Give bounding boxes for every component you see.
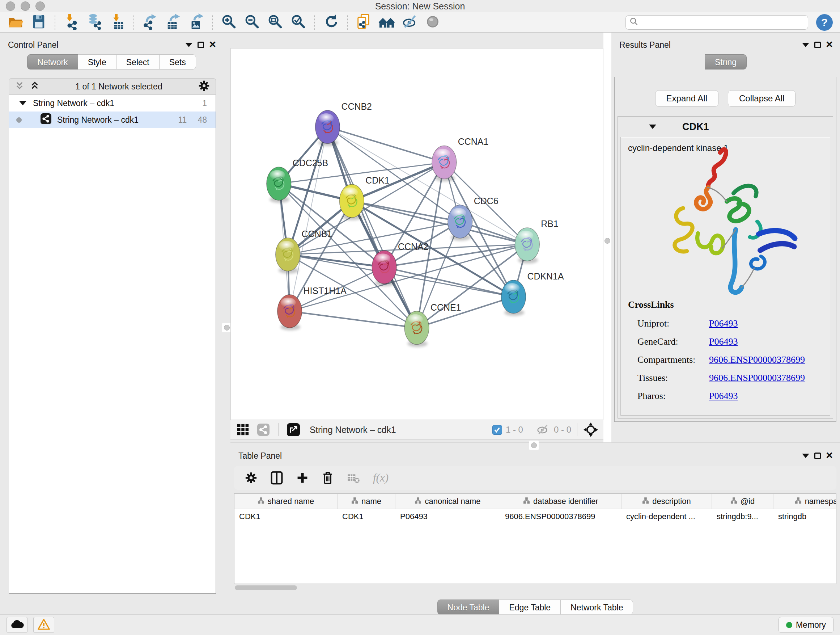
import-network-database-button[interactable] — [84, 13, 105, 32]
export-network-button[interactable] — [140, 13, 161, 32]
splitter-handle[interactable] — [224, 325, 230, 331]
panel-close-icon[interactable]: × — [826, 41, 833, 48]
panel-float-icon[interactable] — [814, 42, 821, 48]
table-settings-gear-icon[interactable] — [245, 472, 257, 484]
tab-sets[interactable]: Sets — [159, 54, 196, 70]
panel-float-icon[interactable] — [197, 42, 204, 48]
splitter-handle[interactable] — [605, 238, 610, 244]
export-table-button[interactable] — [163, 13, 184, 32]
table-cell[interactable]: P06493 — [395, 509, 500, 524]
string-import-button[interactable] — [353, 13, 374, 32]
column-header-shared-name[interactable]: shared name — [234, 494, 338, 509]
panel-close-icon[interactable]: × — [826, 452, 833, 458]
node-CCNE1[interactable] — [404, 311, 429, 347]
node-CDC25B[interactable] — [267, 167, 291, 203]
table-cell[interactable]: stringdb — [774, 509, 836, 524]
table-cell[interactable]: CDK1 — [234, 509, 338, 524]
network-collection-row[interactable]: String Network – cdk1 1 — [9, 95, 216, 111]
panel-float-icon[interactable] — [814, 453, 821, 459]
edge-CCNB2-CCNA1[interactable] — [327, 127, 444, 163]
column-header-database-identifier[interactable]: database identifier — [500, 494, 622, 509]
edge-CCNA2-CDKN1A[interactable] — [384, 267, 513, 297]
column-header-name[interactable]: name — [338, 494, 395, 509]
right-splitter[interactable] — [603, 33, 611, 442]
tab-string[interactable]: String — [705, 54, 747, 70]
node-CDKN1A[interactable] — [501, 280, 526, 316]
column-header-canonical-name[interactable]: canonical name — [395, 494, 500, 509]
collapse-all-icon[interactable] — [15, 81, 24, 92]
houses-button[interactable] — [376, 13, 397, 32]
tab-style[interactable]: Style — [78, 54, 117, 70]
column-header-@id[interactable]: @id — [712, 494, 774, 509]
zoom-selected-button[interactable] — [288, 13, 309, 32]
crosslink-link[interactable]: 9606.ENSP00000378699 — [709, 372, 805, 383]
table-cell[interactable]: 9606.ENSP00000378699 — [500, 509, 622, 524]
memory-button[interactable]: Memory — [778, 617, 834, 633]
left-splitter[interactable] — [223, 33, 231, 442]
tab-network[interactable]: Network — [27, 54, 78, 70]
panel-menu-icon[interactable] — [802, 454, 809, 458]
node-HIST1H1A[interactable] — [278, 295, 302, 331]
tab-edge-table[interactable]: Edge Table — [499, 600, 561, 615]
export-image-button[interactable] — [186, 13, 207, 32]
open-session-button[interactable] — [5, 13, 26, 32]
table-splitter[interactable] — [231, 443, 840, 448]
node-CDC6[interactable] — [448, 205, 472, 241]
panel-menu-icon[interactable] — [185, 43, 193, 47]
warnings-button[interactable] — [33, 617, 54, 633]
zoom-fit-button[interactable] — [265, 13, 286, 32]
hide-panel-button[interactable] — [399, 13, 420, 32]
node-visibility-checkbox[interactable] — [493, 425, 502, 435]
node-CCNB1[interactable] — [276, 238, 300, 274]
table-cell[interactable]: CDK1 — [338, 509, 395, 524]
tab-network-table[interactable]: Network Table — [561, 600, 633, 615]
refresh-view-button[interactable] — [321, 13, 341, 32]
import-network-file-button[interactable] — [61, 13, 82, 32]
share-network-gray-icon[interactable] — [256, 422, 271, 437]
search-input[interactable] — [642, 18, 804, 27]
gear-icon[interactable] — [198, 80, 210, 93]
grid-view-icon[interactable] — [235, 422, 251, 437]
edge-CCNB2-RB1[interactable] — [327, 127, 527, 244]
table-cell[interactable]: cyclin-dependent ... — [622, 509, 712, 524]
cloud-status-button[interactable] — [6, 617, 27, 633]
network-row[interactable]: String Network – cdk1 11 48 — [9, 111, 216, 128]
crosslink-link[interactable]: P06493 — [709, 391, 737, 402]
crosslink-link[interactable]: P06493 — [709, 336, 737, 347]
column-header-description[interactable]: description — [622, 494, 712, 509]
column-header-namespace[interactable]: namespace — [774, 494, 836, 509]
show-columns-icon[interactable] — [270, 470, 283, 485]
detach-view-icon[interactable] — [286, 422, 301, 437]
zoom-in-button[interactable] — [218, 13, 240, 32]
table-row[interactable]: CDK1CDK1P064939606.ENSP00000378699cyclin… — [234, 509, 836, 524]
save-session-button[interactable] — [28, 13, 49, 32]
splitter-handle[interactable] — [531, 442, 537, 448]
crosslink-link[interactable]: P06493 — [709, 318, 737, 329]
expand-all-icon[interactable] — [30, 81, 39, 92]
edge-CCNB2-CCNE1[interactable] — [327, 127, 417, 328]
edge-CCNB2-HIST1H1A[interactable] — [290, 127, 328, 311]
import-table-button[interactable] — [107, 13, 128, 32]
add-column-icon[interactable] — [296, 472, 309, 484]
tab-node-table[interactable]: Node Table — [437, 600, 500, 615]
network-canvas[interactable]: CCNB2CCNA1CDC25BCDK1CDC6RB1CCNB1CCNA2CDK… — [231, 48, 603, 420]
expand-all-button[interactable]: Expand All — [655, 90, 718, 107]
panel-menu-icon[interactable] — [802, 43, 809, 47]
scrollbar-thumb[interactable] — [235, 585, 297, 590]
panel-close-icon[interactable]: × — [209, 41, 216, 48]
zoom-out-button[interactable] — [242, 13, 263, 32]
edge-RB1-HIST1H1A[interactable] — [290, 244, 527, 311]
collapse-all-button[interactable]: Collapse All — [728, 90, 796, 107]
delete-column-icon[interactable] — [322, 471, 334, 485]
table-cell[interactable]: stringdb:9... — [712, 509, 774, 524]
tab-select[interactable]: Select — [117, 54, 159, 70]
node-CCNB2[interactable] — [316, 111, 340, 146]
crosslink-link[interactable]: 9606.ENSP00000378699 — [709, 355, 805, 365]
show-panel-button[interactable] — [423, 13, 444, 32]
expander-icon[interactable] — [19, 101, 27, 105]
section-expander-icon[interactable] — [649, 125, 656, 129]
edge-CCNE1-HIST1H1A[interactable] — [290, 311, 417, 328]
node-RB1[interactable] — [515, 228, 539, 264]
help-button[interactable]: ? — [816, 14, 833, 31]
locate-crosshair-icon[interactable] — [583, 422, 598, 437]
